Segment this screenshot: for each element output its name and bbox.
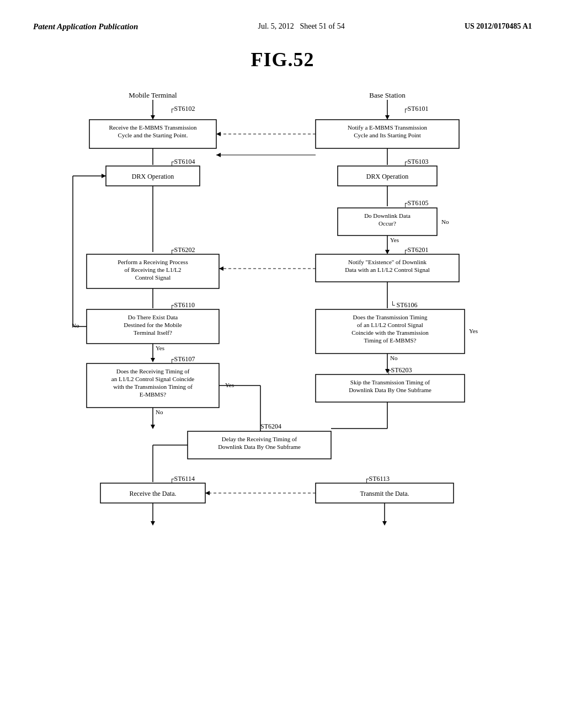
st6106-yes: Yes	[469, 328, 478, 334]
dashed-arrowhead-6201-6202	[219, 266, 223, 271]
st6107-yes: Yes	[225, 382, 234, 388]
st6102-label: ┌ST6102	[169, 105, 195, 113]
base-station-label: Base Station	[369, 91, 406, 99]
header-left: Patent Application Publication	[33, 22, 138, 31]
diagram-svg: Mobile Terminal Base Station ┌ST6102 ┌ST…	[45, 88, 520, 667]
st6107-no: No	[156, 409, 163, 415]
header-right: US 2012/0170485 A1	[465, 22, 532, 31]
st6106-label: └ ST6106	[390, 301, 418, 309]
st6101-label: ┌ST6101	[403, 105, 429, 113]
box-st6204-text1: Delay the Receiving Timing of	[222, 436, 297, 442]
st6105-no: No	[441, 218, 449, 225]
arrowhead-6107-no	[151, 425, 155, 429]
diagram: Mobile Terminal Base Station ┌ST6102 ┌ST…	[45, 88, 520, 667]
st6103-label: ┌ST6103	[403, 158, 429, 166]
st6202-label: ┌ST6202	[169, 246, 195, 254]
box-st6110-text3: Terminal Itself?	[134, 329, 172, 336]
st6201-label: ┌ST6201	[403, 246, 429, 254]
box-st6204-text2: Downlink Data By One Subframe	[218, 443, 301, 450]
box-st6104-text: DRX Operation	[132, 173, 174, 180]
box-st6202-text2: of Receiving the L1/L2	[125, 266, 182, 273]
mobile-terminal-label: Mobile Terminal	[129, 91, 177, 99]
arrowhead-6105-yes	[385, 250, 390, 254]
box-st6113-text: Transmit the Data.	[360, 490, 409, 497]
header: Patent Application Publication Jul. 5, 2…	[33, 22, 532, 31]
st6204-label: ST6204	[260, 422, 281, 430]
box-st6106-text4: Timing of E-MBMS?	[364, 337, 417, 344]
arrowhead-back-top	[216, 153, 221, 157]
st6110-yes: Yes	[156, 345, 164, 351]
box-st6201-text1: Notify "Existence" of Downlink	[348, 259, 427, 265]
box-st6105-text1: Do Downlink Data	[364, 212, 411, 219]
box-st6202-text1: Perform a Receiving Process	[118, 259, 188, 265]
header-date: Jul. 5, 2012	[258, 22, 294, 30]
fig-title: FIG.52	[33, 48, 532, 71]
arrowhead-6114	[151, 521, 155, 526]
box-st6106-text3: Coincide with the Transmission	[351, 329, 429, 336]
box-st6102-text1: Receive the E-MBMS Transmission	[109, 124, 197, 131]
box-st6105-text2: Occur?	[379, 220, 396, 227]
box-st6102-text2: Cycle and the Starting Point.	[118, 132, 188, 138]
box-st6106-text2: of an L1/L2 Control Signal	[357, 322, 423, 328]
st6106-no: No	[390, 355, 398, 361]
arrowhead-mt	[151, 115, 155, 120]
box-st6107-text4: E-MBMS?	[140, 391, 166, 398]
st6114-label: ┌ST6114	[169, 475, 195, 483]
st6107-label: ┌ST6107	[169, 355, 195, 363]
box-st6107-text3: with the Transmission Timing of	[113, 383, 193, 390]
box-st6101-text1: Notify a E-MBMS Transmission	[348, 124, 427, 131]
dashed-arrowhead-6113-6114	[205, 491, 210, 495]
st6105-label: ┌ST6105	[403, 199, 429, 207]
arrowhead-6110-no	[102, 174, 106, 178]
box-st6107-text1: Does the Receiving Timing of	[116, 368, 190, 374]
box-st6203-text2: Downlink Data By One Subframe	[349, 387, 431, 393]
page: Patent Application Publication Jul. 5, 2…	[0, 0, 565, 728]
st6104-label: ┌ST6104	[169, 158, 195, 166]
st6110-label: ┌ST6110	[169, 301, 195, 309]
arrowhead-6110-yes	[151, 358, 155, 362]
box-st6110-text1: Do There Exist Data	[128, 314, 178, 320]
st6203-label: ┌ST6203	[386, 366, 412, 374]
arrowhead-6113	[382, 521, 387, 526]
header-sheet: Sheet 51 of 54	[300, 22, 344, 30]
st6105-yes: Yes	[390, 237, 399, 243]
box-st6101-text2: Cycle and Its Starting Point	[354, 132, 421, 138]
box-st6201-text2: Data with an L1/L2 Control Signal	[345, 266, 430, 273]
dashed-arrowhead-6101-6102	[216, 132, 221, 136]
box-st6110-text2: Destined for the Mobile	[124, 322, 182, 328]
arrowhead-bs	[385, 115, 390, 120]
box-st6106-text1: Does the Transmission Timing	[353, 314, 428, 320]
box-st6103-text: DRX Operation	[366, 173, 408, 180]
box-st6202-text3: Control Signal	[135, 274, 170, 281]
box-st6107-text2: an L1/L2 Control Signal Coincide	[111, 376, 194, 382]
box-st6203-text1: Skip the Transmission Timing of	[350, 379, 430, 386]
st6113-label: ┌ST6113	[364, 475, 390, 483]
header-center: Jul. 5, 2012 Sheet 51 of 54	[258, 22, 345, 31]
box-st6114-text: Receive the Data.	[130, 490, 177, 497]
